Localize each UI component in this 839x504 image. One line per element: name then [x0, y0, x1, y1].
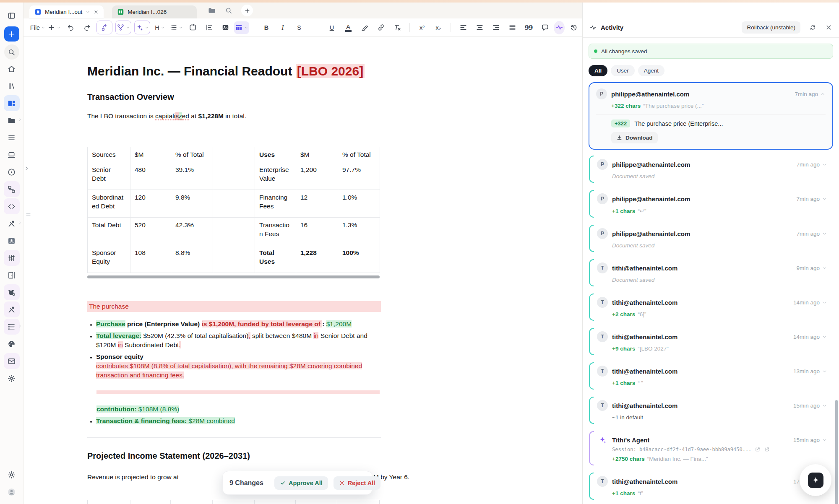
table-header-cell[interactable]: Sources: [88, 147, 130, 162]
list-menu[interactable]: [169, 21, 184, 34]
table-cell[interactable]: Financing Fees: [255, 190, 296, 218]
table-cell[interactable]: 120: [130, 190, 171, 218]
table-header-cell[interactable]: Uses: [255, 147, 296, 162]
sidebar-item-account-avatar[interactable]: [4, 484, 20, 500]
table-cell[interactable]: Total Uses: [255, 245, 296, 273]
table-cell[interactable]: Enterprise Value: [255, 162, 296, 190]
sidebar-item-new-doc[interactable]: [4, 26, 19, 42]
sidebar-item-contacts[interactable]: [4, 233, 20, 249]
reject-all-button[interactable]: Reject All: [334, 476, 381, 490]
align-left-button[interactable]: [456, 21, 471, 34]
activity-timestamp[interactable]: 13min ago: [793, 368, 827, 374]
rollback-button[interactable]: Rollback (unstable): [742, 21, 800, 34]
comment-button[interactable]: [537, 21, 552, 34]
table-header-cell[interactable]: $M: [130, 147, 171, 162]
table-cell[interactable]: [213, 245, 255, 273]
refresh-icon[interactable]: [809, 24, 816, 31]
activity-timestamp[interactable]: 14min ago: [793, 299, 827, 306]
chevron-down-icon[interactable]: [822, 231, 827, 236]
approve-all-button[interactable]: Approve All: [274, 476, 328, 490]
document-canvas[interactable]: Meridian Inc. — Financial Readout [LBO 2…: [23, 37, 582, 504]
tab-close-icon[interactable]: [94, 10, 99, 15]
table-header-cell[interactable]: % of Total: [171, 147, 213, 162]
undo-button[interactable]: [63, 21, 78, 34]
align-justify-button[interactable]: [505, 21, 520, 34]
italic-button[interactable]: I: [275, 21, 290, 34]
activity-timestamp[interactable]: 14min ago: [793, 334, 827, 340]
table-horizontal-scrollbar[interactable]: [87, 275, 380, 278]
activity-item[interactable]: Ttithi@athenaintel.com17min ago+1 chars“…: [589, 471, 833, 501]
table-cell[interactable]: 520: [130, 218, 171, 245]
table-cell[interactable]: 97.7%: [338, 162, 380, 190]
table-cell[interactable]: 1.0%: [338, 190, 380, 218]
table-cell[interactable]: Senior Debt: [88, 162, 130, 190]
activity-item[interactable]: Ttithi@athenaintel.com14min ago+2 chars“…: [589, 292, 833, 322]
sidebar-item-toggle-sidebar[interactable]: [4, 8, 20, 23]
align-right-button[interactable]: [488, 21, 503, 34]
search-icon[interactable]: [224, 6, 233, 15]
sidebar-item-menus[interactable]: [4, 319, 20, 335]
close-panel-icon[interactable]: [825, 24, 832, 31]
sidebar-item-search[interactable]: [4, 44, 19, 60]
sidebar-item-lists[interactable]: [4, 130, 20, 145]
table-cell[interactable]: 1,200: [296, 162, 338, 190]
table-cell[interactable]: 1.3%: [338, 218, 380, 245]
tab-meridian-doc[interactable]: Meridian I...out: [29, 5, 104, 18]
align-center-button[interactable]: [472, 21, 487, 34]
sidebar-item-workflows[interactable]: [4, 181, 20, 197]
quote-button[interactable]: 99: [521, 21, 536, 34]
activity-item[interactable]: Pphilippe@athenaintel.com7min ago+1 char…: [589, 189, 833, 219]
activity-timestamp[interactable]: 7min ago: [796, 196, 827, 202]
table-header-cell[interactable]: $M: [296, 147, 338, 162]
chevron-down-icon[interactable]: [822, 403, 827, 408]
sidebar-item-settings-bottom[interactable]: [4, 467, 20, 483]
chevron-down-icon[interactable]: [822, 300, 827, 305]
filter-pill-agent[interactable]: Agent: [638, 65, 664, 76]
table-cell[interactable]: Transaction Fees: [255, 218, 296, 245]
file-menu[interactable]: File: [30, 21, 45, 34]
superscript-button[interactable]: x²: [414, 21, 430, 34]
table-cell[interactable]: Sponsor Equity: [88, 245, 130, 273]
activity-item[interactable]: Tithi's Agent15min agoSession: b48acacc-…: [589, 430, 833, 467]
chevron-down-icon[interactable]: [822, 437, 827, 443]
activity-item[interactable]: Ttithi@athenaintel.com13min ago+1 chars“…: [589, 361, 833, 391]
activity-timestamp[interactable]: 7min ago: [796, 231, 827, 237]
activity-toggle-button[interactable]: [554, 21, 565, 34]
activity-timestamp[interactable]: 9min ago: [796, 265, 827, 271]
redo-button[interactable]: [79, 21, 94, 34]
sidebar-item-mail[interactable]: [4, 353, 20, 369]
tab-menu-caret-icon[interactable]: [86, 10, 90, 14]
table-cell[interactable]: Total Debt: [88, 218, 130, 245]
table-cell[interactable]: 9.8%: [171, 190, 213, 218]
open-external-icon[interactable]: [764, 447, 770, 452]
chevron-down-icon[interactable]: [822, 196, 827, 202]
subscript-button[interactable]: x₂: [431, 21, 446, 34]
activity-timestamp[interactable]: 7min ago: [796, 161, 827, 168]
new-tab-button[interactable]: [241, 5, 253, 16]
chevron-down-icon[interactable]: [822, 334, 827, 340]
folder-icon[interactable]: [208, 6, 216, 15]
insert-image-button[interactable]: [218, 21, 233, 34]
link-button[interactable]: [373, 21, 388, 34]
activity-timestamp[interactable]: 15min ago: [793, 403, 827, 409]
table-cell[interactable]: 42.3%: [171, 218, 213, 245]
chevron-down-icon[interactable]: [822, 265, 827, 271]
download-button[interactable]: Download: [611, 132, 658, 143]
table-header-cell[interactable]: [213, 147, 255, 162]
table-cell[interactable]: 1,228: [296, 245, 338, 273]
heading-menu[interactable]: H: [152, 21, 167, 34]
sidebar-item-home[interactable]: [4, 61, 20, 77]
sidebar-item-code-tools[interactable]: [4, 198, 20, 214]
table-header-cell[interactable]: % of Total: [338, 147, 380, 162]
table-drag-handle-icon[interactable]: [25, 211, 31, 218]
underline-button[interactable]: U: [324, 21, 339, 34]
ai-tools-menu[interactable]: [134, 21, 150, 34]
sidebar-item-preferences[interactable]: [4, 250, 20, 266]
clear-format-button[interactable]: [390, 21, 405, 34]
sidebar-item-settings[interactable]: [4, 370, 20, 386]
table-cell[interactable]: 12: [296, 190, 338, 218]
sources-uses-table[interactable]: Sources$M% of TotalUses$M% of TotalSenio…: [87, 147, 380, 273]
tab-meridian-sheet[interactable]: Meridian I...026: [112, 5, 197, 18]
chevron-down-icon[interactable]: [822, 162, 827, 167]
text-color-button[interactable]: A: [341, 21, 356, 34]
